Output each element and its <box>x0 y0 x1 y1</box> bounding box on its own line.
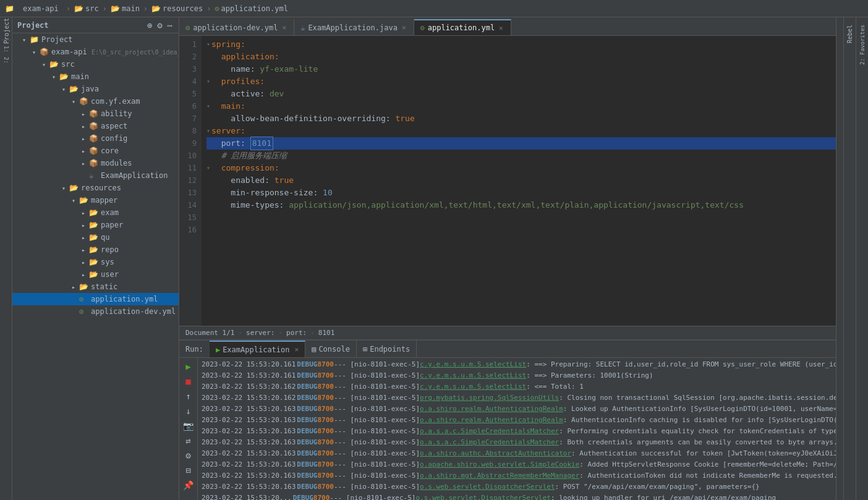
run-camera-btn[interactable]: 📷 <box>182 420 195 432</box>
run-gear-btn[interactable]: ⚙ <box>182 449 195 462</box>
tree-label-main: main <box>71 72 89 81</box>
tree-label-sys: sys <box>101 258 114 266</box>
run-app-name: ExamApplication <box>223 345 289 354</box>
tree-arrow-exam: ▸ <box>82 210 89 216</box>
run-pin-btn[interactable]: 📌 <box>182 479 195 491</box>
tree-item-ability[interactable]: ▸ 📦 ability <box>12 108 179 120</box>
tree-item-application-yml[interactable]: ▸ ⚙ application.yml <box>12 293 179 305</box>
sidebar-gear-btn[interactable]: ⋯ <box>166 20 174 30</box>
tree-item-com-yf-exam[interactable]: ▾ 📦 com.yf.exam <box>12 95 179 108</box>
log-line-9: 2023-02-22 15:53:20.163 DEBUG 8700 --- [… <box>202 448 832 459</box>
run-sync-btn[interactable]: ⇄ <box>182 434 195 447</box>
tree-item-application-dev-yml[interactable]: ▸ ⚙ application-dev.yml <box>12 305 179 318</box>
tree-item-project[interactable]: ▾ 📁 Project <box>12 33 179 46</box>
run-tab-console[interactable]: ▤ Console <box>305 341 357 357</box>
tree-item-static[interactable]: ▸ 📂 static <box>12 281 179 293</box>
code-line-3: ▾ name: yf-exam-lite <box>206 63 836 75</box>
tree-item-src[interactable]: ▾ 📂 src <box>12 58 179 70</box>
code-line-4: ▾ profiles: <box>206 75 836 88</box>
fold-6[interactable]: ▾ <box>206 100 210 112</box>
code-line-14: ▾ mime-types: application/json,applicati… <box>206 199 836 211</box>
status-port-label: port: <box>286 329 307 337</box>
top-project-name[interactable]: exam-api <box>19 3 62 14</box>
top-src: 📂 src <box>74 4 99 13</box>
log-line-6: 2023-02-22 15:53:20.163 DEBUG 8700 --- [… <box>202 415 832 426</box>
favorites-icon[interactable]: 2: <box>1 55 11 65</box>
tree-item-config[interactable]: ▸ 📦 config <box>12 132 179 145</box>
aspect-package-icon: 📦 <box>89 122 99 130</box>
tree-item-paper[interactable]: ▸ 📂 paper <box>12 219 179 231</box>
sidebar-settings-btn[interactable]: ⚙ <box>156 20 163 30</box>
run-scroll-down-btn[interactable]: ↓ <box>182 405 195 417</box>
tab-label-main: application.yml <box>428 23 495 32</box>
fold-4[interactable]: ▾ <box>206 75 210 88</box>
tree-arrow-project: ▾ <box>22 36 30 43</box>
tree-item-main[interactable]: ▾ 📂 main <box>12 70 179 83</box>
run-tab-endpoints[interactable]: ⊞ Endpoints <box>357 341 417 357</box>
run-label: Run: <box>179 345 210 354</box>
tab-application-dev-yml[interactable]: ⚙ application-dev.yml ✕ <box>179 19 294 35</box>
run-tab-close[interactable]: ✕ <box>295 345 299 354</box>
tab-close-dev[interactable]: ✕ <box>281 23 288 32</box>
tab-examapplication-java[interactable]: ☕ ExamApplication.java ✕ <box>294 19 414 35</box>
code-area[interactable]: ▾ spring: ▾ application: ▾ name: <box>202 36 836 326</box>
tab-close-main[interactable]: ✕ <box>498 24 504 32</box>
tree-item-repo[interactable]: ▸ 📂 repo <box>12 244 179 256</box>
code-line-7: ▾ allow-bean-definition-overriding: true <box>206 112 836 125</box>
code-line-1: ▾ spring: <box>206 38 836 51</box>
tree-arrow-exam-api: ▾ <box>32 49 40 56</box>
sidebar-actions: ⊕ ⚙ ⋯ <box>146 20 174 30</box>
tree-item-exam[interactable]: ▸ 📂 exam <box>12 206 179 219</box>
tree-item-core[interactable]: ▸ 📦 core <box>12 145 179 157</box>
tree-item-sys[interactable]: ▸ 📂 sys <box>12 256 179 268</box>
tab-yaml-icon-dev: ⚙ <box>185 23 190 32</box>
left-icon-panel: Project 1: 2: <box>0 17 12 500</box>
log-line-7: 2023-02-22 15:53:20.163 DEBUG 8700 --- [… <box>202 426 832 437</box>
tab-close-java[interactable]: ✕ <box>401 23 407 32</box>
code-line-12: ▾ enabled: true <box>206 174 836 187</box>
right-panel-indicators <box>836 17 843 500</box>
tree-label-src: src <box>61 60 75 69</box>
tree-label-config: config <box>101 134 127 143</box>
structure-icon[interactable]: 1: <box>1 44 11 54</box>
tree-label-aspect: aspect <box>101 122 127 130</box>
tree-item-resources[interactable]: ▾ 📂 resources <box>12 182 179 194</box>
run-start-btn[interactable]: ▶ <box>182 360 195 373</box>
config-package-icon: 📦 <box>89 134 99 143</box>
package-icon: 📦 <box>79 97 89 106</box>
tree-item-java[interactable]: ▾ 📂 java <box>12 83 179 95</box>
code-line-13: ▾ min-response-size: 10 <box>206 187 836 199</box>
tree-label-qu: qu <box>101 233 109 242</box>
run-stop-btn[interactable]: ■ <box>182 375 195 388</box>
tab-application-yml[interactable]: ⚙ application.yml ✕ <box>414 19 511 35</box>
fold-1[interactable]: ▾ <box>206 38 210 51</box>
fold-11[interactable]: ▾ <box>206 162 210 174</box>
sidebar-new-btn[interactable]: ⊕ <box>146 20 153 30</box>
tree-label-repo: repo <box>101 245 119 254</box>
editor-content: 1 2 3 4 5 6 7 8 9 10 11 12 13 14 15 16 <box>179 36 836 326</box>
run-scroll-up-btn[interactable]: ↑ <box>182 390 195 402</box>
fold-8[interactable]: ▾ <box>206 125 210 137</box>
top-resources: 📂 resources <box>151 4 203 13</box>
tree-arrow-static: ▸ <box>72 284 79 290</box>
tree-item-modules[interactable]: ▸ 📦 modules <box>12 157 179 169</box>
run-filter-btn[interactable]: ⊟ <box>182 464 195 477</box>
tree-arrow-aspect: ▸ <box>82 123 89 130</box>
tree-label-exam-api: exam-api E:\0_src_project\0_idea_wkspace… <box>51 48 179 57</box>
tree-item-mapper[interactable]: ▾ 📂 mapper <box>12 194 179 206</box>
run-body: ▶ ■ ↑ ↓ 📷 ⇄ ⚙ ⊟ 📌 2023-02-22 15:53:20.16… <box>179 358 836 500</box>
project-panel-icon[interactable]: Project <box>1 26 11 36</box>
tree-item-user[interactable]: ▸ 📂 user <box>12 268 179 281</box>
tree-item-exam-api[interactable]: ▾ 📦 exam-api E:\0_src_project\0_idea_wks… <box>12 46 179 58</box>
tree-arrow-com-yf-exam: ▾ <box>72 98 79 105</box>
project-folder-icon: 📁 <box>30 35 40 44</box>
repo-folder-icon: 📂 <box>89 245 99 254</box>
tree-item-examapplication[interactable]: ▸ ☕ ExamApplication <box>12 169 179 182</box>
tree-item-qu[interactable]: ▸ 📂 qu <box>12 231 179 244</box>
run-tab-examapplication[interactable]: ▶ ExamApplication ✕ <box>210 341 305 357</box>
code-line-5: ▾ active: dev <box>206 88 836 100</box>
tree-item-aspect[interactable]: ▸ 📦 aspect <box>12 120 179 132</box>
resources-folder-icon: 📂 <box>69 184 79 192</box>
java-folder-icon: 📂 <box>69 85 79 93</box>
tree-label-application-yml: application.yml <box>91 295 158 303</box>
